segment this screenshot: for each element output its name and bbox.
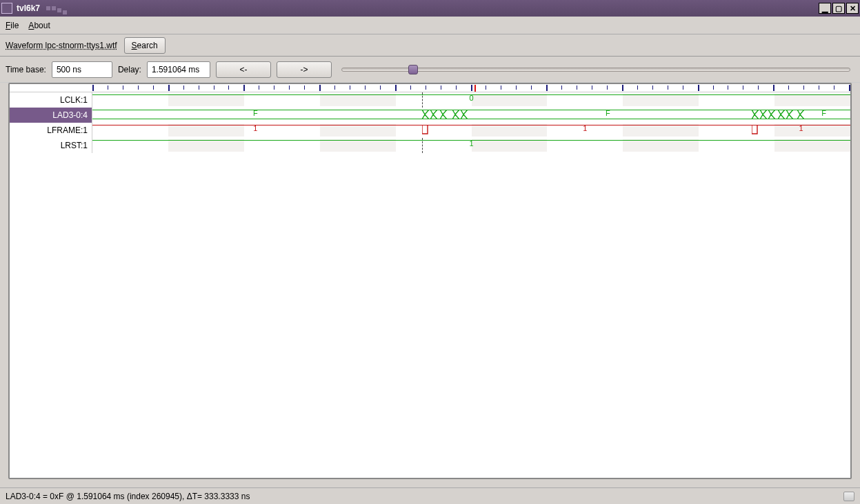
- signal-value: F: [821, 109, 826, 117]
- waveform-canvas[interactable]: LCLK:1 0 LAD3-0:4 F: [8, 83, 852, 479]
- menu-about[interactable]: About: [28, 21, 50, 30]
- signal-value: 1: [253, 124, 257, 132]
- signal-label: LCLK:1: [10, 92, 92, 108]
- waveform-file-label-rest: aveform lpc-stnorm-ttys1.wtf: [13, 41, 117, 50]
- signal-track: 1: [92, 138, 850, 153]
- status-text: LAD3-0:4 = 0xF @ 1.591064 ms (index 2609…: [6, 492, 839, 501]
- menu-file[interactable]: File: [6, 21, 19, 30]
- search-button[interactable]: Search: [124, 37, 166, 54]
- window-title: tvl6k7: [17, 3, 40, 13]
- nav-next-button[interactable]: ->: [277, 61, 332, 78]
- signal-value: F: [606, 109, 610, 117]
- signal-track: 0: [92, 92, 850, 108]
- toolbar-timebase: Time base: Delay: <- ->: [0, 57, 860, 83]
- delay-input[interactable]: [147, 61, 210, 78]
- timebase-input[interactable]: [52, 61, 112, 78]
- pulse-low-icon: [752, 125, 759, 134]
- titlebar-deco: [46, 6, 68, 11]
- titlebar: tvl6k7 ▁ ▢ ✕: [0, 0, 860, 17]
- timebase-label: Time base:: [6, 65, 46, 74]
- resize-grip-icon[interactable]: [843, 492, 854, 501]
- toolbar-file: Waveform lpc-stnorm-ttys1.wtf Search: [0, 34, 860, 57]
- signal-label: LRST:1: [10, 138, 92, 153]
- menubar: File About: [0, 17, 860, 34]
- signal-track: F F F: [92, 108, 850, 123]
- minimize-button[interactable]: ▁: [819, 3, 831, 14]
- waveform-pane: LCLK:1 0 LAD3-0:4 F: [0, 83, 860, 487]
- signal-row-lclk[interactable]: LCLK:1 0: [10, 92, 850, 108]
- signal-value: 0: [469, 94, 473, 102]
- statusbar: LAD3-0:4 = 0xF @ 1.591064 ms (index 2609…: [0, 487, 860, 504]
- signal-track: 1 1 1: [92, 123, 850, 138]
- app-icon: [1, 3, 12, 14]
- delay-label: Delay:: [118, 65, 141, 74]
- signal-label: LFRAME:1: [10, 123, 92, 138]
- signal-label: LAD3-0:4: [10, 108, 92, 123]
- bus-transition-icon: [752, 110, 807, 119]
- signal-value: 1: [469, 139, 473, 148]
- time-slider-thumb[interactable]: [408, 65, 418, 74]
- signal-row-lrst[interactable]: LRST:1 1: [10, 138, 850, 153]
- signal-row-lframe[interactable]: LFRAME:1 1 1 1: [10, 123, 850, 138]
- signal-value: 1: [799, 124, 803, 132]
- time-slider-track[interactable]: [341, 68, 850, 72]
- time-ruler: [10, 84, 850, 92]
- signal-row-lad[interactable]: LAD3-0:4 F F F: [10, 108, 850, 123]
- search-label-rest: earch: [137, 41, 158, 50]
- nav-prev-button[interactable]: <-: [216, 61, 271, 78]
- waveform-file-link[interactable]: Waveform lpc-stnorm-ttys1.wtf: [6, 41, 117, 50]
- signal-value: 1: [583, 124, 587, 132]
- pulse-low-icon: [422, 125, 429, 134]
- bus-transition-icon: [422, 110, 470, 119]
- signal-value: F: [253, 109, 258, 117]
- maximize-button[interactable]: ▢: [832, 3, 845, 14]
- close-button[interactable]: ✕: [846, 3, 859, 14]
